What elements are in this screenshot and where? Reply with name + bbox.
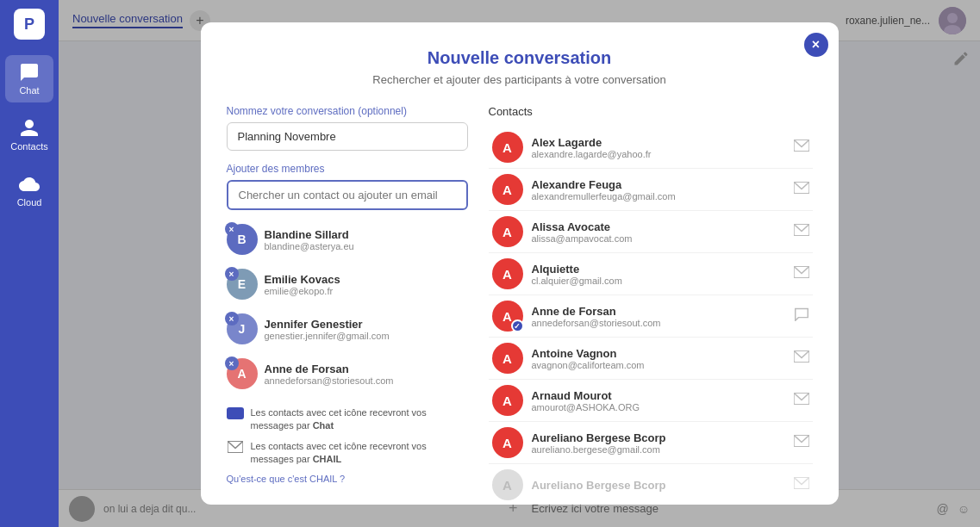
cloud-icon xyxy=(19,174,40,195)
app-logo: P xyxy=(14,9,45,40)
conversation-name-input[interactable] xyxy=(227,122,468,151)
member-avatar-anne: × A xyxy=(227,358,258,389)
right-panel: Contacts A Alex Lagarde alexandre.lagard… xyxy=(489,105,813,505)
sidebar-item-cloud[interactable]: Cloud xyxy=(5,167,53,214)
contact-info-alissa: Alissa Avocate alissa@ampavocat.com xyxy=(532,220,785,244)
contact-name-alquiette: Alquiette xyxy=(532,263,785,276)
contact-mail-icon-antoine xyxy=(794,350,809,366)
contact-row-alex[interactable]: A Alex Lagarde alexandre.lagarde@yahoo.f… xyxy=(489,127,813,169)
member-name-emilie: Emilie Kovacs xyxy=(265,273,340,286)
conversation-name-label: Nommez votre conversation (optionnel) xyxy=(227,105,468,117)
contact-email-aureliano1: aureliano.bergese@gmail.com xyxy=(532,444,785,455)
member-name-jennifer: Jennifer Genestier xyxy=(265,318,390,331)
contacts-list: A Alex Lagarde alexandre.lagarde@yahoo.f… xyxy=(489,127,813,505)
add-members-label: Ajouter des membres xyxy=(227,163,468,175)
contact-info-alexandre: Alexandre Feuga alexandremullerfeuga@gma… xyxy=(532,178,785,202)
main-area: Nouvelle conversation + roxane.julien_ne… xyxy=(59,0,980,527)
member-avatar-blandine: × B xyxy=(227,224,258,255)
contact-name-anne-forsan: Anne de Forsan xyxy=(532,305,785,318)
member-name-anne: Anne de Forsan xyxy=(265,363,394,375)
member-name-blandine: Blandine Sillard xyxy=(265,228,354,241)
contact-email-alex: alexandre.lagarde@yahoo.fr xyxy=(532,149,785,159)
contact-avatar-antoine: A xyxy=(492,343,523,374)
contact-row-alissa[interactable]: A Alissa Avocate alissa@ampavocat.com xyxy=(489,211,813,253)
member-chip-emilie: × E Emilie Kovacs emilie@ekopo.fr xyxy=(227,265,468,303)
member-info-anne: Anne de Forsan annedeforsan@storiesout.c… xyxy=(265,363,394,386)
member-info-blandine: Blandine Sillard blandine@asterya.eu xyxy=(265,228,354,251)
contact-row-alquiette[interactable]: A Alquiette cl.alquier@gmail.com xyxy=(489,253,813,295)
member-chip-anne: × A Anne de Forsan annedeforsan@storieso… xyxy=(227,355,468,393)
legend-mail: Les contacts avec cet icône recevront vo… xyxy=(227,440,468,467)
contact-avatar-aureliano2: A xyxy=(492,469,523,500)
chat-icon xyxy=(19,62,40,83)
search-members-input[interactable] xyxy=(227,180,468,210)
remove-blandine-button[interactable]: × xyxy=(225,222,239,236)
sidebar-label-contacts: Contacts xyxy=(10,141,47,152)
modal-title: Nouvelle conversation xyxy=(227,48,813,68)
contact-row-arnaud[interactable]: A Arnaud Mourot amourot@ASHOKA.ORG xyxy=(489,380,813,422)
contact-info-aureliano2: Aureliano Bergese Bcorp xyxy=(532,479,785,492)
contact-row-aureliano2: A Aureliano Bergese Bcorp xyxy=(489,464,813,505)
contact-info-antoine: Antoine Vagnon avagnon@califorteam.com xyxy=(532,347,785,370)
contact-mail-icon-aureliano1 xyxy=(794,435,809,450)
contact-chat-icon-anne-forsan xyxy=(794,307,809,325)
contact-email-alexandre: alexandremullerfeuga@gmail.com xyxy=(532,191,785,202)
contact-row-aureliano1[interactable]: A Aureliano Bergese Bcorp aureliano.berg… xyxy=(489,422,813,464)
new-conversation-modal: × Nouvelle conversation Rechercher et aj… xyxy=(201,22,839,505)
modal-subtitle: Rechercher et ajouter des participants à… xyxy=(227,73,813,86)
contact-email-alissa: alissa@ampavocat.com xyxy=(532,233,785,244)
contact-avatar-alexandre: A xyxy=(492,174,523,205)
sidebar-item-chat[interactable]: Chat xyxy=(5,55,53,102)
selected-checkmark: ✓ xyxy=(511,319,524,332)
contact-mail-icon-aureliano2 xyxy=(794,477,809,493)
contact-name-aureliano2: Aureliano Bergese Bcorp xyxy=(532,479,785,492)
contact-email-arnaud: amourot@ASHOKA.ORG xyxy=(532,402,785,412)
contact-email-alquiette: cl.alquier@gmail.com xyxy=(532,276,785,286)
mail-legend-icon xyxy=(227,441,244,453)
member-info-emilie: Emilie Kovacs emilie@ekopo.fr xyxy=(265,273,340,296)
contact-name-aureliano1: Aureliano Bergese Bcorp xyxy=(532,431,785,444)
chat-legend-icon xyxy=(227,407,244,419)
contact-mail-icon-alex xyxy=(794,140,809,155)
contact-email-anne-forsan: annedeforsan@storiesout.com xyxy=(532,318,785,328)
contact-info-aureliano1: Aureliano Bergese Bcorp aureliano.berges… xyxy=(532,431,785,455)
contact-info-arnaud: Arnaud Mourot amourot@ASHOKA.ORG xyxy=(532,389,785,412)
contact-avatar-aureliano1: A xyxy=(492,427,523,458)
member-avatar-emilie: × E xyxy=(227,269,258,300)
legend-chat: Les contacts avec cet icône recevront vo… xyxy=(227,406,468,433)
sidebar-item-contacts[interactable]: Contacts xyxy=(5,111,53,158)
contact-avatar-anne-forsan: A ✓ xyxy=(492,301,523,332)
contact-row-anne-forsan[interactable]: A ✓ Anne de Forsan annedeforsan@storieso… xyxy=(489,295,813,338)
contact-mail-icon-alquiette xyxy=(794,266,809,282)
contact-avatar-alissa: A xyxy=(492,216,523,247)
members-list: × B Blandine Sillard blandine@asterya.eu xyxy=(227,220,468,393)
legend-chat-text: Les contacts avec cet icône recevront vo… xyxy=(251,406,468,433)
close-modal-button[interactable]: × xyxy=(804,33,828,57)
remove-anne-button[interactable]: × xyxy=(225,356,239,370)
member-email-blandine: blandine@asterya.eu xyxy=(265,241,354,251)
chail-link[interactable]: Qu'est-ce que c'est CHAIL ? xyxy=(227,474,468,484)
legend-mail-bold: CHAIL xyxy=(313,454,342,464)
contact-name-alex: Alex Lagarde xyxy=(532,136,785,149)
member-chip-blandine: × B Blandine Sillard blandine@asterya.eu xyxy=(227,220,468,258)
contact-name-alexandre: Alexandre Feuga xyxy=(532,178,785,191)
contact-row-antoine[interactable]: A Antoine Vagnon avagnon@califorteam.com xyxy=(489,338,813,380)
member-avatar-jennifer: × J xyxy=(227,313,258,344)
contact-avatar-alex: A xyxy=(492,132,523,163)
sidebar-label-chat: Chat xyxy=(19,85,39,96)
remove-emilie-button[interactable]: × xyxy=(225,267,239,281)
member-info-jennifer: Jennifer Genestier genestier.jennifer@gm… xyxy=(265,318,390,341)
contact-mail-icon-alissa xyxy=(794,224,809,239)
contact-email-antoine: avagnon@califorteam.com xyxy=(532,360,785,370)
contact-avatar-alquiette: A xyxy=(492,258,523,289)
contact-avatar-arnaud: A xyxy=(492,385,523,416)
contact-info-alquiette: Alquiette cl.alquier@gmail.com xyxy=(532,263,785,286)
contact-row-alexandre[interactable]: A Alexandre Feuga alexandremullerfeuga@g… xyxy=(489,169,813,211)
contact-mail-icon-arnaud xyxy=(794,393,809,408)
contact-mail-icon-alexandre xyxy=(794,182,809,197)
remove-jennifer-button[interactable]: × xyxy=(225,312,239,326)
contacts-label: Contacts xyxy=(489,105,813,118)
sidebar-label-cloud: Cloud xyxy=(17,197,42,208)
left-panel: Nommez votre conversation (optionnel) Aj… xyxy=(227,105,468,505)
contact-name-alissa: Alissa Avocate xyxy=(532,220,785,233)
